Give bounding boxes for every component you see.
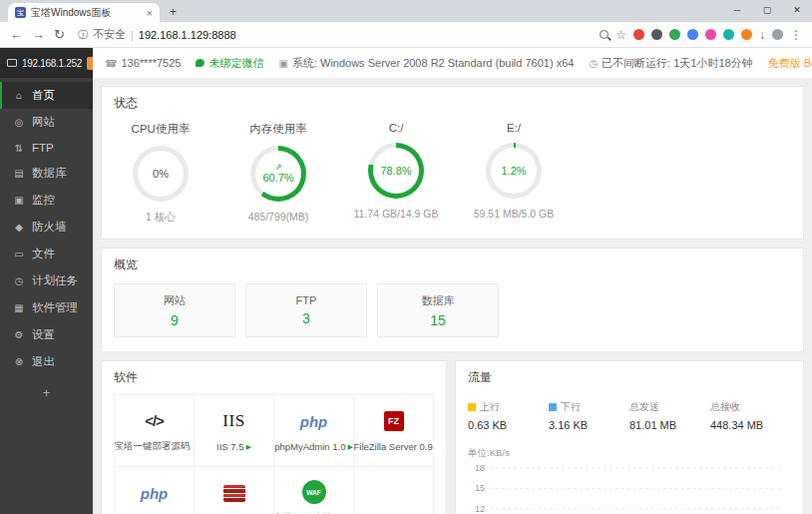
overview-box-ftp[interactable]: FTP3: [245, 283, 367, 337]
sidebar-item-cron[interactable]: ◷计划任务: [0, 267, 93, 294]
sidebar-item-logout[interactable]: ⊗退出: [0, 348, 93, 375]
gauge-label: CPU使用率: [132, 122, 191, 137]
gauge-label: C:/: [389, 122, 404, 134]
browser-navbar: ← → ↻ ⓘ 不安全 | 192.168.1.129:8888 ☆↓⋮: [0, 22, 812, 48]
sidebar-item-label: 设置: [32, 327, 55, 342]
software-item[interactable]: </>宝塔一键部署源码 1.0▶: [115, 395, 195, 467]
overview-value: 3: [302, 310, 310, 326]
cron-icon: ◷: [13, 275, 25, 286]
browser-tab[interactable]: 宝 宝塔Windows面板 ×: [8, 3, 160, 22]
software-item[interactable]: FZFileZilla Server 0.9.41▶: [354, 395, 434, 467]
address-bar[interactable]: ⓘ 不安全 | 192.168.1.129:8888: [74, 27, 591, 42]
content-area: 状态 CPU使用率0%1 核心内存使用率⇗60.7%485/799(MB)C:/…: [93, 78, 812, 514]
traffic-stat: 总发送81.01 MB: [629, 400, 710, 431]
baota-favicon-icon: 宝: [15, 7, 26, 18]
overview-box-database[interactable]: 数据库15: [377, 283, 499, 337]
gauge-sub: 59.51 MB/5.0 GB: [474, 208, 555, 220]
sidebar-item-firewall[interactable]: ◆防火墙: [0, 214, 93, 241]
wechat-bind-link[interactable]: 未绑定微信: [196, 56, 263, 71]
software-item[interactable]: IISIIS 7.5▶: [195, 395, 274, 467]
sidebar-item-files[interactable]: ▭文件: [0, 241, 93, 267]
status-gauges: CPU使用率0%1 核心内存使用率⇗60.7%485/799(MB)C:/78.…: [102, 118, 803, 239]
gauge-ring-cpu[interactable]: 0%: [133, 146, 189, 202]
extension-icon-pink[interactable]: [705, 29, 716, 40]
extension-icon-blue[interactable]: [687, 29, 698, 40]
traffic-stat-label: 上行: [480, 400, 500, 414]
bookmark-star-icon[interactable]: ☆: [615, 29, 626, 41]
url-divider: |: [131, 29, 134, 41]
gauge-value: 60.7%: [262, 172, 293, 184]
wechat-icon: [196, 59, 204, 67]
overview-label: FTP: [296, 294, 317, 306]
download-icon[interactable]: ↓: [759, 29, 765, 41]
server-monitor-icon: [7, 59, 17, 67]
phone-info[interactable]: ☎136****7525: [105, 57, 181, 69]
sidebar-item-software[interactable]: ▦软件管理: [0, 294, 93, 321]
overview-value: 9: [171, 312, 179, 328]
close-button[interactable]: ✕: [782, 0, 812, 20]
software-item[interactable]: redis 1.0▶: [195, 467, 274, 514]
traffic-stat-label: 总发送: [629, 400, 659, 414]
profile-icon[interactable]: [772, 29, 783, 40]
sidebar: 192.168.1.252 ⌂首页◎网站⇅FTP▤数据库▣监控◆防火墙▭文件◷计…: [0, 48, 93, 514]
new-tab-button[interactable]: +: [170, 5, 177, 19]
back-icon[interactable]: ←: [10, 27, 23, 42]
svg-text:15: 15: [475, 483, 485, 493]
server-info[interactable]: 192.168.1.252: [0, 48, 93, 78]
extension-icon-orange[interactable]: [741, 29, 752, 40]
software-item[interactable]: WAF宝塔IIS防火墙 1.0▶: [274, 467, 354, 514]
browser-window: 宝 宝塔Windows面板 × + ─ ▢ ✕ ← → ↻ ⓘ 不安全 | 19…: [0, 0, 812, 514]
extension-icon-red[interactable]: [633, 29, 644, 40]
gauge-disk-c: C:/78.8%11.74 GB/14.9 GB: [337, 122, 455, 225]
traffic-stat: 总接收448.34 MB: [710, 400, 791, 431]
version-label: 免费版 Beta 6.0.0: [768, 56, 812, 71]
info-icon[interactable]: ⓘ: [78, 28, 88, 42]
maximize-button[interactable]: ▢: [752, 0, 782, 20]
extension-icon-green[interactable]: [669, 29, 680, 40]
settings-icon: ⚙: [13, 329, 25, 340]
system-label: 系统:: [292, 56, 317, 71]
memory-free-icon[interactable]: ⇗: [275, 164, 282, 173]
phone-number: 136****7525: [121, 57, 181, 69]
search-extension-icon[interactable]: [600, 30, 609, 39]
redis-icon: [223, 481, 245, 505]
traffic-stat-value: 81.01 MB: [629, 419, 710, 431]
traffic-stat-value: 448.34 MB: [710, 419, 791, 431]
sidebar-item-home[interactable]: ⌂首页: [0, 82, 93, 109]
sidebar-item-site[interactable]: ◎网站: [0, 109, 93, 136]
minimize-button[interactable]: ─: [722, 0, 752, 20]
tab-close-icon[interactable]: ×: [147, 7, 153, 19]
gauge-sub: 11.74 GB/14.9 GB: [353, 208, 438, 220]
database-icon: ▤: [13, 168, 25, 179]
gauge-ring-disk-e[interactable]: 1.2%: [486, 143, 542, 199]
filezilla-icon: FZ: [384, 409, 404, 433]
forward-icon[interactable]: →: [32, 27, 45, 42]
iis-icon: IIS: [222, 409, 244, 433]
overview-box-site[interactable]: 网站9: [114, 283, 235, 337]
sidebar-item-database[interactable]: ▤数据库: [0, 160, 93, 187]
gauge-ring-memory[interactable]: ⇗60.7%: [250, 146, 306, 202]
gauge-ring-disk-c[interactable]: 78.8%: [368, 143, 424, 199]
sidebar-item-label: 网站: [32, 115, 55, 130]
sidebar-item-monitor[interactable]: ▣监控: [0, 187, 93, 214]
refresh-icon[interactable]: ↻: [54, 27, 65, 42]
sidebar-item-ftp[interactable]: ⇅FTP: [0, 136, 93, 160]
main-area: ☎136****7525 未绑定微信 ▣系统: Windows Server 2…: [93, 48, 812, 514]
software-grid: </>宝塔一键部署源码 1.0▶IISIIS 7.5▶phpphpMyAdmin…: [114, 394, 434, 514]
menu-icon[interactable]: ⋮: [790, 29, 802, 41]
extension-icon-teal[interactable]: [723, 29, 734, 40]
software-item[interactable]: phpPHP-5.2▶: [115, 467, 195, 514]
sidebar-item-settings[interactable]: ⚙设置: [0, 321, 93, 348]
uptime-info: ◷已不间断运行: 1天1小时18分钟: [589, 56, 752, 71]
server-ip: 192.168.1.252: [22, 58, 82, 69]
sidebar-add-button[interactable]: +: [0, 375, 93, 410]
traffic-stat-value: 3.16 KB: [549, 419, 629, 431]
traffic-panel: 流量 上行0.63 KB下行3.16 KB总发送81.01 MB总接收448.3…: [455, 360, 804, 514]
traffic-stats: 上行0.63 KB下行3.16 KB总发送81.01 MB总接收448.34 M…: [456, 392, 803, 431]
software-item-label: FileZilla Server 0.9.41▶: [354, 441, 434, 452]
extension-icon-dark[interactable]: [651, 29, 662, 40]
firewall-icon: ◆: [13, 222, 25, 233]
sidebar-item-label: 计划任务: [32, 273, 78, 288]
software-item-label: 宝塔一键部署源码 1.0▶: [115, 440, 195, 453]
software-item[interactable]: phpphpMyAdmin 1.0▶: [274, 395, 354, 467]
